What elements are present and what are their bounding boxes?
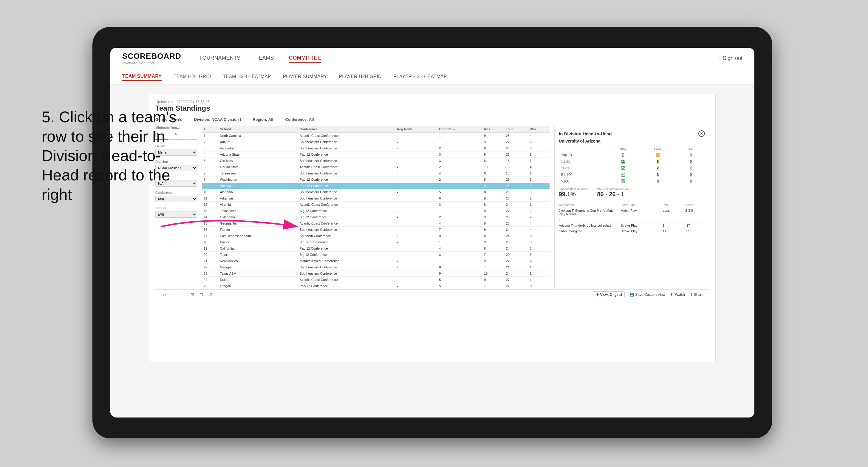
cell-rank: 3 xyxy=(202,145,218,152)
cell-conference: Atlantic Coast Conference xyxy=(298,220,395,227)
undo-button[interactable]: ↩ xyxy=(161,292,167,298)
cell-reg-rank: - xyxy=(395,164,437,170)
table-row[interactable]: 24 Duke Atlantic Coast Conference - 5 9 … xyxy=(202,277,550,283)
table-row[interactable]: 10 Alabama Southeastern Conference - 5 8… xyxy=(202,189,550,195)
cell-rds: 8 xyxy=(482,183,504,189)
h2h-row: 26-50 25 2 1 xyxy=(559,165,705,172)
redo-prev-button[interactable]: ← xyxy=(170,292,177,298)
tourney-col-header-name: Tournament xyxy=(559,204,618,207)
subnav-team-summary[interactable]: TEAM SUMMARY xyxy=(122,72,162,81)
cell-rds: 9 xyxy=(482,139,504,145)
sign-out-link[interactable]: Sign out xyxy=(723,55,742,61)
table-row[interactable]: 12 Virginia Atlantic Coast Conference - … xyxy=(202,201,550,208)
cell-rds: 9 xyxy=(482,214,504,220)
cell-school: Duke xyxy=(218,277,298,283)
cell-conference: Southeastern Conference xyxy=(298,264,395,271)
cell-rds: 7 xyxy=(482,252,504,258)
cell-rank: 19 xyxy=(202,245,218,252)
h2h-row: 11-25 11 8 0 xyxy=(559,158,705,165)
tourney-score xyxy=(685,218,705,222)
nav-teams[interactable]: TEAMS xyxy=(255,54,274,63)
table-row[interactable]: 20 Texas Big 12 Conference - 3 7 20 3 xyxy=(202,252,550,258)
cell-conf-rank: 3 xyxy=(437,201,482,208)
table-row[interactable]: 23 Texas A&M Southeastern Conference - 9… xyxy=(202,271,550,277)
cell-rank: 6 xyxy=(202,164,218,170)
h2h-tie-cell: 0 xyxy=(677,158,705,165)
subnav-player-h2h-grid[interactable]: PLAYER H2H GRID xyxy=(339,73,382,81)
cell-conf-rank: 5 xyxy=(437,277,482,283)
h2h-win-cell: 3 xyxy=(607,152,639,158)
cell-win: 1 xyxy=(528,264,550,271)
table-row[interactable]: 3 Vanderbilt Southeastern Conference - 2… xyxy=(202,145,550,152)
cell-rank: 8 xyxy=(202,177,218,183)
h2h-label: 51-100 xyxy=(559,172,607,178)
cell-win: 4 xyxy=(528,133,550,139)
save-custom-view-button[interactable]: 💾 Save Custom View xyxy=(629,292,665,297)
tourney-col-header-pos: Pos xyxy=(663,204,683,207)
subnav-team-h2h-grid[interactable]: TEAM H2H GRID xyxy=(174,73,211,81)
subnav-player-h2h-heatmap[interactable]: PLAYER H2H HEATMAP xyxy=(393,73,447,81)
cell-win: 3 xyxy=(528,252,550,258)
table-row[interactable]: 19 California Pac-12 Conference - 4 8 24… xyxy=(202,245,550,252)
table-row[interactable]: 4 Arizona State Pac-12 Conference - 3 9 … xyxy=(202,152,550,158)
cell-tour: 27 xyxy=(504,139,528,145)
table-row[interactable]: 9 Arizona Pac-12 Conference - - 8 23 3 xyxy=(202,183,550,189)
cell-conference: Atlantic Coast Conference xyxy=(298,201,395,208)
cell-conf-rank: 1 xyxy=(437,258,482,264)
cell-conf-rank: 4 xyxy=(437,220,482,227)
table-row[interactable]: 5 Ole Miss Southeastern Conference - 3 6… xyxy=(202,158,550,164)
cell-conf-rank: 5 xyxy=(437,189,482,195)
division-filter: Division: NCAA Division I xyxy=(194,117,241,122)
cell-win: 3 xyxy=(528,239,550,245)
cell-rds: 8 xyxy=(482,233,504,239)
cell-rds: 7 xyxy=(482,283,504,289)
view-original-button[interactable]: 👁 View: Original xyxy=(593,291,625,298)
tourney-score: 17 xyxy=(685,229,705,233)
tourney-name: Jackson T. Stephens Cup Men's Match-Play… xyxy=(559,209,618,216)
h2h-loss-cell: 0 xyxy=(639,178,676,185)
cell-win: 1 xyxy=(528,170,550,177)
cell-school: Vanderbilt xyxy=(218,145,298,152)
cell-tour: 18 xyxy=(504,170,528,177)
watch-button[interactable]: 👁 Watch xyxy=(670,292,685,297)
nav-tournaments[interactable]: TOURNAMENTS xyxy=(199,54,241,63)
cell-rank: 2 xyxy=(202,139,218,145)
cell-tour: 23 xyxy=(504,189,528,195)
cell-conference: Mountain West Conference xyxy=(298,258,395,264)
subnav-team-h2h-heatmap[interactable]: TEAM H2H HEATMAP xyxy=(223,73,271,81)
cell-win: 1 xyxy=(528,277,550,283)
annotation-arrow xyxy=(155,209,304,245)
cell-reg-rank: - xyxy=(395,158,437,164)
table-row[interactable]: 7 Tennessee Southeastern Conference - 4 … xyxy=(202,170,550,177)
subnav-player-summary[interactable]: PLAYER SUMMARY xyxy=(283,73,327,81)
cell-rank: 1 xyxy=(202,133,218,139)
cell-rds: 10 xyxy=(482,164,504,170)
update-time-value: 27/03/2024 16:56:26 xyxy=(177,100,209,104)
redo-next-button[interactable]: → xyxy=(180,292,186,298)
table-row[interactable]: 2 Auburn Southeastern Conference - 1 9 2… xyxy=(202,139,550,145)
paste-button[interactable]: ⊟ xyxy=(198,292,204,298)
share-button[interactable]: ⬆ Share xyxy=(690,292,704,297)
cell-rds: 9 xyxy=(482,227,504,233)
table-row[interactable]: 8 Washington Pac-12 Conference - 2 8 23 … xyxy=(202,177,550,183)
timer-button[interactable]: ⏱ xyxy=(207,292,214,298)
table-row[interactable]: 11 Arkansas Southeastern Conference - 6 … xyxy=(202,195,550,201)
copy-button[interactable]: ⊞ xyxy=(189,292,195,298)
table-row[interactable]: 22 Georgia Southeastern Conference - 8 7… xyxy=(202,264,550,271)
table-row[interactable]: 21 New Mexico Mountain West Conference -… xyxy=(202,258,550,264)
wl-stat: W-L-T record in-division: 86 - 26 - 1 xyxy=(597,188,629,198)
cell-tour: 27 xyxy=(504,258,528,264)
table-row[interactable]: 1 North Carolina Atlantic Coast Conferen… xyxy=(202,133,550,139)
cell-conf-rank: 4 xyxy=(437,170,482,177)
table-row[interactable]: 6 Florida State Atlantic Coast Conferenc… xyxy=(202,164,550,170)
opponents-label: Opponents in division: xyxy=(559,188,588,191)
h2h-tie-cell: 0 xyxy=(677,178,705,185)
cell-rank: 11 xyxy=(202,195,218,201)
cell-tour: 26 xyxy=(504,152,528,158)
h2h-close-button[interactable]: ✕ xyxy=(698,130,705,137)
nav-committee[interactable]: COMMITTEE xyxy=(289,54,321,63)
update-time-label: Update time: 27/03/2024 16:56:26 xyxy=(155,100,210,104)
cell-reg-rank: - xyxy=(395,183,437,189)
cell-rds: 6 xyxy=(482,170,504,177)
table-row[interactable]: 25 Oregon Pac-12 Conference - 5 7 21 0 xyxy=(202,283,550,289)
